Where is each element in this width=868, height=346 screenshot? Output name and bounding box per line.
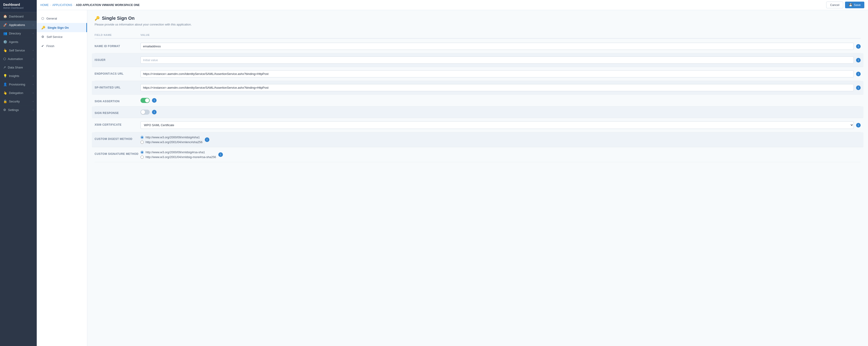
section-title: Single Sign On — [102, 16, 134, 21]
main-content: 🔑 Single Sign On Please provide us infor… — [87, 10, 868, 346]
step-icon-sso: 🔑 — [41, 26, 45, 29]
sidebar-label-directory: Directory — [9, 32, 21, 35]
sidebar-item-data-share[interactable]: ↗ Data Share — [0, 63, 37, 72]
step-item-selfservice[interactable]: ⚙ Self Service — [37, 32, 87, 41]
sidebar-label-insights: Insights — [9, 74, 19, 78]
field-header-value: VALUE — [141, 33, 150, 36]
step-item-finish[interactable]: ✔ Finish — [37, 41, 87, 51]
form-value-custom-signature: http://www.w3.org/2000/09/xmldsig#rsa-sh… — [141, 150, 861, 159]
sidebar-item-applications[interactable]: 🚀 Applications ‹ — [0, 21, 37, 29]
chevron-icon-provisioning: ‹ — [33, 83, 33, 86]
chevron-icon-self-service: ‹ — [33, 49, 33, 52]
radio-input-custom-digest-sha1[interactable] — [141, 136, 144, 139]
form-label-custom-signature: Custom Signature method — [95, 150, 141, 155]
info-icon-custom-digest[interactable]: i — [205, 137, 209, 142]
form-label-endpoint-acs-url: Endpoint/ACS URL — [95, 70, 141, 75]
chevron-icon-settings: ‹ — [33, 109, 33, 111]
breadcrumb-applications[interactable]: APPLICATIONS — [52, 3, 72, 7]
sidebar-item-agents[interactable]: ⚙️ Agents — [0, 38, 37, 46]
info-icon-custom-signature[interactable]: i — [218, 152, 223, 157]
sidebar-icon-settings: ⚙ — [3, 108, 6, 112]
select-x509-certificate[interactable]: WPO SAML Certificate — [141, 121, 854, 129]
form-row-custom-signature: Custom Signature method http://www.w3.or… — [95, 147, 861, 162]
radio-label-custom-signature-rsa-sha1: http://www.w3.org/2000/09/xmldsig#rsa-sh… — [146, 150, 205, 154]
input-name-id-format[interactable] — [141, 43, 854, 50]
form-row-issuer: Issuer i — [92, 53, 863, 67]
radio-input-custom-digest-sha256[interactable] — [141, 141, 144, 144]
radio-item-custom-digest-sha1[interactable]: http://www.w3.org/2000/09/xmldsig#sha1 — [141, 136, 203, 139]
sidebar-item-dashboard[interactable]: 🏠 Dashboard — [0, 12, 37, 21]
toggle-slider-sign-assertion[interactable] — [141, 98, 150, 103]
sidebar-label-applications: Applications — [9, 23, 25, 27]
radio-group-custom-signature: http://www.w3.org/2000/09/xmldsig#rsa-sh… — [141, 150, 216, 159]
step-item-sso[interactable]: 🔑 Single Sign On — [37, 23, 87, 32]
radio-input-custom-signature-rsa-sha256[interactable] — [141, 155, 144, 159]
sidebar: Dashboard Admin Dashboard 🏠 Dashboard 🚀 … — [0, 0, 37, 346]
toggle-sign-response[interactable] — [141, 110, 150, 115]
form-label-sp-initiated-url: SP-initiated URL — [95, 84, 141, 89]
input-endpoint-acs-url[interactable] — [141, 70, 854, 78]
sidebar-item-self-service[interactable]: 👆 Self Service ‹ — [0, 46, 37, 55]
form-row-name-id-format: Name ID format i — [95, 39, 861, 53]
sidebar-label-security: Security — [9, 100, 20, 103]
form-row-endpoint-acs-url: Endpoint/ACS URL i — [95, 67, 861, 81]
form-row-custom-digest: Custom Digest method http://www.w3.org/2… — [92, 132, 863, 147]
radio-item-custom-signature-rsa-sha256[interactable]: http://www.w3.org/2001/04/xmldsig-more#r… — [141, 155, 216, 159]
sidebar-item-insights[interactable]: 💡 Insights ‹ — [0, 72, 37, 80]
save-button[interactable]: 💾 Save — [845, 2, 864, 8]
info-icon-sign-assertion[interactable]: i — [152, 98, 157, 103]
chevron-icon-delegation: ‹ — [33, 92, 33, 94]
info-icon-sp-initiated-url[interactable]: i — [856, 85, 861, 90]
form-label-name-id-format: Name ID format — [95, 43, 141, 48]
radio-label-custom-signature-rsa-sha256: http://www.w3.org/2001/04/xmldsig-more#r… — [146, 155, 216, 159]
sidebar-item-directory[interactable]: 👥 Directory ‹ — [0, 29, 37, 38]
info-icon-endpoint-acs-url[interactable]: i — [856, 72, 861, 76]
topbar-actions: Cancel 💾 Save — [826, 2, 864, 8]
sidebar-item-delegation[interactable]: 👆 Delegation ‹ — [0, 89, 37, 97]
form-label-custom-digest: Custom Digest method — [95, 136, 141, 141]
section-header: 🔑 Single Sign On — [95, 16, 861, 21]
step-label-sso: Single Sign On — [48, 26, 69, 29]
sidebar-item-settings[interactable]: ⚙ Settings ‹ — [0, 106, 37, 114]
sidebar-label-provisioning: Provisioning — [9, 83, 25, 86]
sidebar-icon-delegation: 👆 — [3, 91, 7, 95]
step-item-general[interactable]: ⬡ General — [37, 14, 87, 23]
sidebar-item-automation[interactable]: ⬡ Automation ‹ — [0, 55, 37, 63]
sidebar-icon-insights: 💡 — [3, 74, 7, 78]
radio-input-custom-signature-rsa-sha1[interactable] — [141, 151, 144, 154]
form-value-x509-certificate: WPO SAML Certificate i — [141, 121, 861, 129]
breadcrumb-home[interactable]: HOME — [40, 3, 49, 7]
sidebar-icon-applications: 🚀 — [3, 23, 7, 27]
toggle-sign-assertion[interactable] — [141, 98, 150, 103]
form-value-endpoint-acs-url: i — [141, 70, 861, 78]
form-label-x509-certificate: X509 Certificate — [95, 121, 141, 126]
form-value-sp-initiated-url: i — [141, 84, 861, 91]
sidebar-icon-self-service: 👆 — [3, 49, 7, 52]
input-issuer[interactable] — [141, 57, 854, 64]
toggle-slider-sign-response[interactable] — [141, 110, 150, 115]
sidebar-label-agents: Agents — [9, 40, 18, 44]
input-sp-initiated-url[interactable] — [141, 84, 854, 91]
radio-label-custom-digest-sha256: http://www.w3.org/2001/04/xmlenc#sha256 — [146, 140, 203, 144]
info-icon-sign-response[interactable]: i — [152, 110, 157, 114]
chevron-icon-security: ‹ — [33, 100, 33, 103]
step-icon-finish: ✔ — [41, 44, 44, 48]
breadcrumb-current: ADD APPLICATION VMWARE WORKSPACE ONE — [76, 3, 140, 7]
sso-icon: 🔑 — [95, 16, 100, 21]
info-icon-x509-certificate[interactable]: i — [856, 123, 861, 127]
sidebar-item-provisioning[interactable]: 👤 Provisioning ‹ — [0, 80, 37, 89]
form-label-issuer: Issuer — [95, 57, 141, 62]
form-value-name-id-format: i — [141, 43, 861, 50]
radio-item-custom-digest-sha256[interactable]: http://www.w3.org/2001/04/xmlenc#sha256 — [141, 140, 203, 144]
sidebar-label-dashboard: Dashboard — [9, 15, 24, 18]
form-value-issuer: i — [141, 57, 861, 64]
cancel-button[interactable]: Cancel — [826, 2, 843, 8]
info-icon-issuer[interactable]: i — [856, 58, 861, 62]
info-icon-name-id-format[interactable]: i — [856, 44, 861, 49]
step-label-finish: Finish — [46, 44, 54, 48]
form-label-sign-response: Sign Response — [95, 110, 141, 115]
field-header-name: FIELD NAME — [95, 33, 141, 36]
breadcrumb: HOME › APPLICATIONS › ADD APPLICATION VM… — [40, 3, 140, 7]
radio-item-custom-signature-rsa-sha1[interactable]: http://www.w3.org/2000/09/xmldsig#rsa-sh… — [141, 150, 216, 154]
sidebar-item-security[interactable]: 🔒 Security ‹ — [0, 97, 37, 106]
